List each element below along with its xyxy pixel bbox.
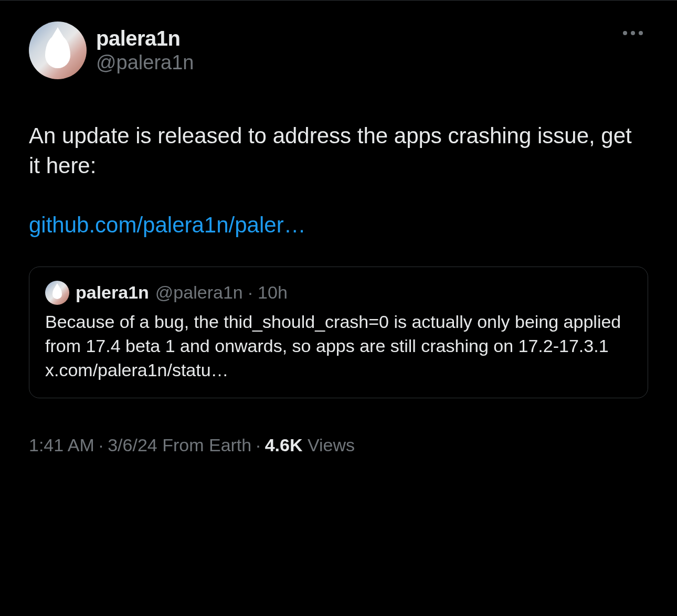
drop-icon bbox=[52, 286, 62, 299]
display-name[interactable]: palera1n bbox=[96, 27, 194, 50]
quoted-text: Because of a bug, the thid_should_crash=… bbox=[45, 310, 632, 383]
quoted-header: palera1n @palera1n · 10h bbox=[45, 281, 632, 305]
meta-time[interactable]: 1:41 AM bbox=[29, 435, 94, 455]
avatar[interactable] bbox=[29, 22, 87, 79]
quoted-display-name: palera1n bbox=[76, 282, 149, 303]
quoted-tweet[interactable]: palera1n @palera1n · 10h Because of a bu… bbox=[29, 267, 648, 399]
author-names: palera1n @palera1n bbox=[96, 27, 194, 74]
tweet-meta: 1:41 AM · 3/6/24 From Earth · 4.6K Views bbox=[29, 435, 648, 455]
handle[interactable]: @palera1n bbox=[96, 51, 194, 74]
quoted-avatar[interactable] bbox=[45, 281, 69, 305]
quoted-handle-time: @palera1n · 10h bbox=[155, 282, 288, 303]
user-info[interactable]: palera1n @palera1n bbox=[29, 22, 194, 79]
tweet-body: An update is released to address the app… bbox=[29, 121, 648, 240]
more-options-icon[interactable] bbox=[623, 22, 648, 35]
tweet-text: An update is released to address the app… bbox=[29, 123, 632, 178]
tweet-header: palera1n @palera1n bbox=[29, 22, 648, 79]
views-count[interactable]: 4.6K bbox=[265, 435, 303, 455]
meta-from: From Earth bbox=[162, 435, 251, 455]
drop-icon bbox=[45, 35, 70, 68]
tweet-link[interactable]: github.com/palera1n/paler… bbox=[29, 213, 306, 237]
tweet-card: palera1n @palera1n An update is released… bbox=[0, 0, 677, 471]
meta-date[interactable]: 3/6/24 bbox=[108, 435, 157, 455]
views-label[interactable]: Views bbox=[308, 435, 355, 455]
